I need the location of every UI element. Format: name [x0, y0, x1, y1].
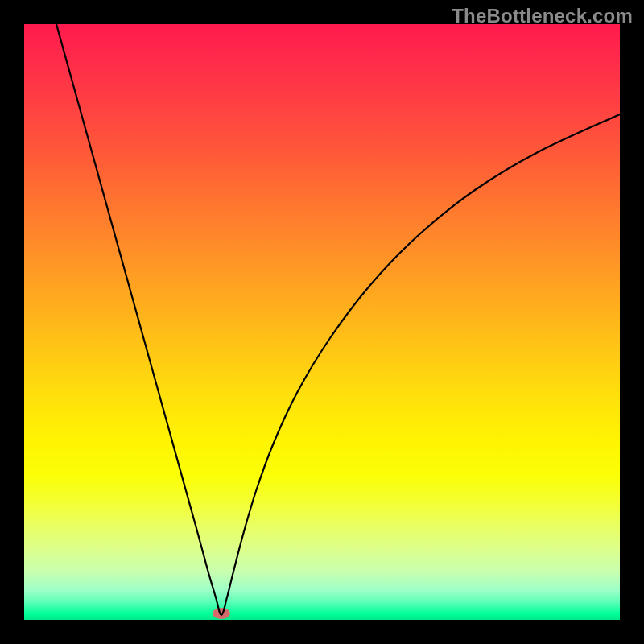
- chart-frame: TheBottleneck.com: [0, 0, 644, 644]
- curve-path: [56, 24, 620, 615]
- optimum-marker: [213, 608, 230, 619]
- plot-area: [24, 24, 620, 620]
- bottleneck-curve: [24, 24, 620, 620]
